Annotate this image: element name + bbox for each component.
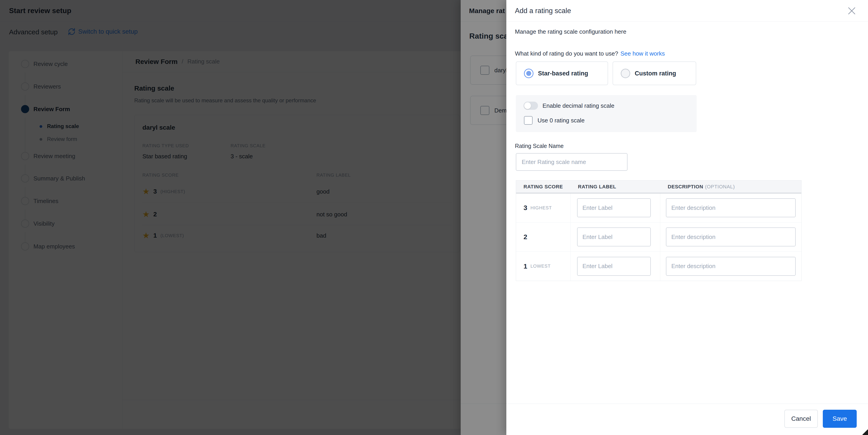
star-based-rating-option[interactable]: Star-based rating <box>516 61 608 85</box>
rating-scale-name-label: Rating Scale Name <box>515 143 563 149</box>
modal-footer: Cancel Save <box>506 404 868 435</box>
score-cell: 3 HIGHEST <box>516 193 570 222</box>
label-cell <box>570 252 660 281</box>
option-label: Custom rating <box>635 70 676 77</box>
rating-kind-question: What kind of rating do you want to use?S… <box>515 50 665 57</box>
rating-label-header: RATING LABEL <box>570 180 660 193</box>
option-label: Star-based rating <box>538 70 588 77</box>
save-button[interactable]: Save <box>823 410 857 428</box>
rating-score-header: RATING SCORE <box>516 180 570 193</box>
table-header-row: RATING SCORE RATING LABEL DESCRIPTION (O… <box>516 180 801 193</box>
cancel-button[interactable]: Cancel <box>784 410 818 428</box>
table-row: 3 HIGHEST <box>516 193 801 223</box>
use-zero-rating-label: Use 0 rating scale <box>537 116 585 125</box>
description-header: DESCRIPTION (OPTIONAL) <box>660 180 801 193</box>
description-cell <box>660 193 801 222</box>
toggle-knob <box>524 102 531 109</box>
description-cell <box>660 252 801 281</box>
decimal-rating-toggle-label: Enable decimal rating scale <box>542 102 614 110</box>
decimal-rating-toggle[interactable] <box>524 102 538 110</box>
table-row: 1 LOWEST <box>516 252 801 281</box>
screen: { "page": { "title": "Start review setup… <box>0 0 868 435</box>
label-input[interactable] <box>577 198 651 217</box>
modal-title: Add a rating scale <box>515 0 571 22</box>
scale-options-panel: Enable decimal rating scale Use 0 rating… <box>516 95 697 132</box>
score-value: 1 <box>524 262 527 270</box>
label-input[interactable] <box>577 228 651 246</box>
label-cell <box>570 193 660 222</box>
modal-subtitle: Manage the rating scale configuration he… <box>515 28 626 35</box>
close-icon[interactable] <box>847 6 857 16</box>
description-optional-text: (OPTIONAL) <box>705 184 735 190</box>
description-input[interactable] <box>666 198 796 217</box>
use-zero-rating-checkbox[interactable] <box>524 116 532 125</box>
description-input[interactable] <box>666 257 796 276</box>
modal-header: Add a rating scale <box>506 0 868 22</box>
table-row: 2 <box>516 223 801 252</box>
radio-unselected-icon[interactable] <box>621 69 630 78</box>
see-how-it-works-link[interactable]: See how it works <box>620 50 665 57</box>
label-cell <box>570 223 660 252</box>
description-header-text: DESCRIPTION <box>668 184 703 190</box>
description-cell <box>660 223 801 252</box>
score-tag: HIGHEST <box>530 205 552 210</box>
score-value: 2 <box>524 233 527 241</box>
radio-selected-icon[interactable] <box>524 69 533 78</box>
label-input[interactable] <box>577 257 651 276</box>
custom-rating-option[interactable]: Custom rating <box>613 61 696 85</box>
score-tag: LOWEST <box>530 264 551 269</box>
description-input[interactable] <box>666 228 796 246</box>
score-cell: 2 <box>516 223 570 252</box>
rating-scale-table: RATING SCORE RATING LABEL DESCRIPTION (O… <box>516 180 802 281</box>
score-cell: 1 LOWEST <box>516 252 570 281</box>
score-value: 3 <box>524 204 527 212</box>
question-text: What kind of rating do you want to use? <box>515 50 618 57</box>
radio-dot <box>526 71 531 76</box>
rating-scale-name-input[interactable] <box>516 153 627 171</box>
add-rating-scale-modal: Add a rating scale Manage the rating sca… <box>506 0 868 435</box>
